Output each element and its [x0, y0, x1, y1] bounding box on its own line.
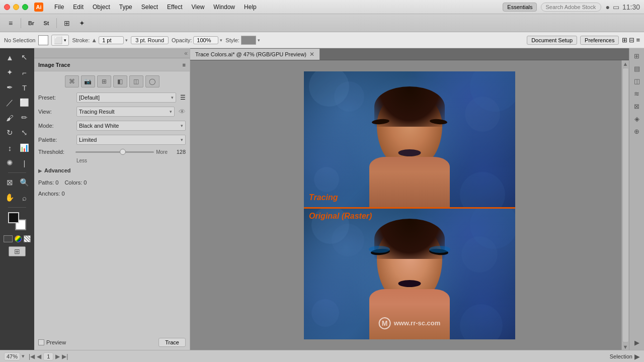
line-tool[interactable]: ／	[3, 96, 17, 110]
trace-button[interactable]: Trace	[158, 338, 186, 347]
color-mode-btn[interactable]	[4, 235, 13, 242]
paintbrush-tool[interactable]: 🖌	[3, 111, 17, 125]
zoom-tool[interactable]: 🔍	[18, 175, 32, 190]
maximize-button[interactable]	[22, 4, 28, 10]
right-panel-2[interactable]: ▤	[631, 63, 642, 74]
direct-selection-tool[interactable]: ↖	[18, 50, 32, 64]
prev-page-btn[interactable]: ◀	[37, 353, 41, 360]
column-tool[interactable]: |	[18, 156, 32, 170]
search-input[interactable]	[541, 3, 601, 12]
fg-color-swatch[interactable]	[8, 212, 19, 223]
gradient-btn[interactable]	[15, 235, 22, 242]
arrange-icon-3[interactable]: ≡	[636, 36, 640, 44]
right-panel-arrow[interactable]: ▶	[631, 337, 642, 348]
workspace-btn[interactable]: ⊞	[60, 17, 73, 30]
right-panel-1[interactable]: ⊞	[631, 50, 642, 61]
trace-icon-3[interactable]: ⊞	[97, 75, 111, 87]
style-swatch[interactable]	[241, 36, 256, 45]
opacity-input[interactable]	[193, 36, 218, 44]
rect-tool[interactable]: ⬜	[18, 96, 32, 110]
advanced-row[interactable]: ▶ Advanced	[38, 166, 186, 174]
preferences-button[interactable]: Preferences	[580, 36, 619, 45]
trace-icon-5[interactable]: ◫	[129, 75, 143, 87]
magic-wand-tool[interactable]: ✦	[3, 65, 17, 79]
panel-collapse-btn[interactable]: «	[184, 50, 188, 57]
right-panel-3[interactable]: ◫	[631, 75, 642, 86]
menu-edit[interactable]: Edit	[69, 3, 88, 12]
menu-effect[interactable]: Effect	[163, 3, 186, 12]
menu-object[interactable]: Object	[89, 3, 114, 12]
document-tab[interactable]: Trace Colors.ai* @ 47% (RGB/GPU Preview)…	[190, 49, 320, 60]
next-page-btn[interactable]: ▶	[55, 353, 60, 360]
right-panel-6[interactable]: ◈	[631, 113, 642, 124]
panel-toggle-btn[interactable]: ≡	[4, 17, 17, 30]
scroll-thumb[interactable]	[622, 68, 629, 342]
right-panel-7[interactable]: ⊕	[631, 126, 642, 137]
threshold-slider[interactable]	[75, 151, 154, 153]
graph-tool[interactable]: 📊	[18, 141, 32, 155]
essentials-button[interactable]: Essentials	[503, 3, 537, 12]
symbol-tool[interactable]: ✺	[3, 156, 17, 170]
first-page-btn[interactable]: |◀	[29, 353, 35, 360]
scale-tool[interactable]: ⤡	[18, 126, 32, 140]
slice-tool[interactable]: ⊠	[3, 175, 17, 190]
palette-select[interactable]: Limited ▾	[76, 135, 186, 145]
trace-icon-6[interactable]: ◯	[145, 75, 159, 87]
preset-settings-icon[interactable]: ☰	[180, 94, 186, 101]
trace-icon-2[interactable]: 📷	[81, 75, 95, 87]
stock-btn[interactable]: St	[40, 17, 53, 30]
lasso-tool[interactable]: ⌐	[18, 65, 32, 79]
last-page-btn[interactable]: ▶|	[62, 353, 68, 360]
type-tool[interactable]: T	[18, 80, 32, 95]
stroke-up-arrow[interactable]: ▲	[91, 37, 97, 44]
menu-window[interactable]: Window	[209, 3, 239, 12]
style-arrow[interactable]: ▾	[258, 38, 260, 43]
menu-help[interactable]: Help	[240, 3, 261, 12]
threshold-thumb[interactable]	[120, 149, 126, 155]
none-btn[interactable]	[24, 235, 31, 242]
right-panel-5[interactable]: ⊠	[631, 101, 642, 112]
preset-select[interactable]: [Default] ▾	[76, 93, 176, 103]
panel-menu-icon[interactable]: ≡	[183, 62, 186, 68]
minimize-button[interactable]	[13, 4, 19, 10]
arrange-icon-1[interactable]: ⊞	[622, 36, 627, 44]
stroke-dropdown-arrow[interactable]: ▾	[125, 38, 128, 43]
canvas-content[interactable]: Tracing	[190, 60, 629, 350]
trace-icon-4[interactable]: ◧	[113, 75, 127, 87]
close-button[interactable]	[4, 4, 10, 10]
stroke-mode-select[interactable]: ⬜ ▾	[51, 35, 69, 46]
page-number[interactable]: 1	[43, 352, 53, 360]
opacity-arrow[interactable]: ▾	[220, 38, 222, 43]
preview-checkbox-row[interactable]: Preview	[38, 339, 66, 345]
view-eye-icon[interactable]: 👁	[179, 108, 186, 116]
hand-tool[interactable]: ✋	[3, 191, 17, 205]
selection-tool[interactable]: ▲	[3, 50, 17, 64]
menu-file[interactable]: File	[50, 3, 68, 12]
right-panel-4[interactable]: ≋	[631, 88, 642, 99]
rotate-tool[interactable]: ↻	[3, 126, 17, 140]
preview-checkbox[interactable]	[38, 339, 44, 345]
stroke-type-button[interactable]: 3 pt. Round	[131, 36, 169, 44]
menu-view[interactable]: View	[188, 3, 209, 12]
mode-select[interactable]: Black and White ▾	[76, 121, 186, 131]
pencil-tool[interactable]: ✏	[18, 111, 32, 125]
scroll-up-btn[interactable]: ▲	[622, 60, 629, 67]
arrange-icon-2[interactable]: ⊟	[629, 36, 634, 44]
artboard-tool[interactable]: ⊞	[9, 246, 26, 256]
doc-setup-button[interactable]: Document Setup	[527, 36, 577, 45]
magnify-tool[interactable]: ⌕	[18, 191, 32, 205]
scroll-down-btn[interactable]: ▼	[622, 343, 629, 350]
zoom-arrow[interactable]: ▾	[22, 353, 25, 359]
panel-header[interactable]: Image Trace ≡	[34, 58, 190, 71]
tab-close-icon[interactable]: ✕	[309, 51, 314, 58]
stroke-value-input[interactable]	[99, 36, 124, 44]
menu-type[interactable]: Type	[115, 3, 136, 12]
view-select[interactable]: Tracing Result ▾	[76, 107, 175, 117]
menu-select[interactable]: Select	[137, 3, 162, 12]
zoom-value[interactable]: 47%	[4, 352, 20, 360]
warp-tool[interactable]: ↕	[3, 141, 17, 155]
fill-color[interactable]	[38, 35, 48, 45]
bridge-btn[interactable]: Br	[25, 17, 38, 30]
trace-icon-1[interactable]: ⌘	[65, 75, 79, 87]
vertical-scrollbar[interactable]: ▲ ▼	[621, 60, 629, 350]
